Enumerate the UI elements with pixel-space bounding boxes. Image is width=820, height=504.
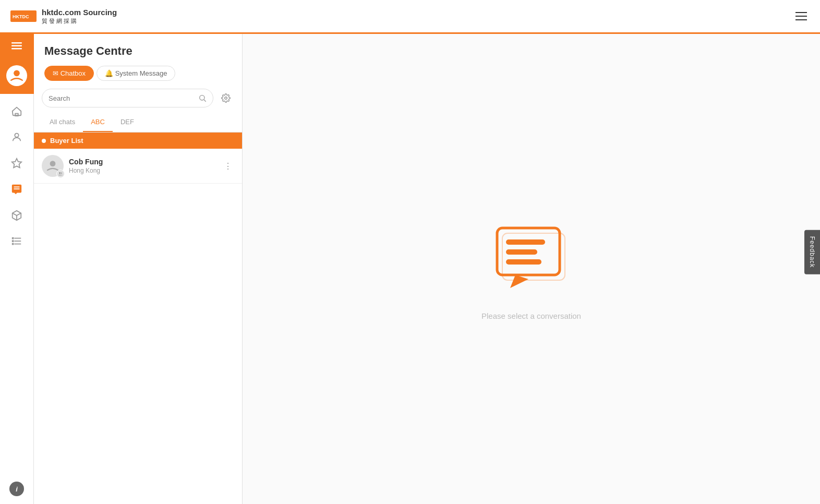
svg-rect-14 [13,243,14,244]
buyer-list-label: Buyer List [50,137,83,145]
brand-logo: HKTDC [10,10,37,22]
bullet-dot [42,139,46,143]
filter-tab-abc[interactable]: ABC [83,113,113,132]
sidebar-bottom: i [9,482,24,504]
sidebar-item-chat[interactable] [4,177,30,201]
chatbox-tab-label: Chatbox [61,69,86,77]
sidebar-item-user[interactable] [4,125,30,149]
svg-text:HKTDC: HKTDC [13,14,29,19]
contact-name: Cob Fung [69,158,222,166]
svg-point-19 [50,161,56,166]
empty-state-text: Please select a conversation [481,311,581,320]
filter-tab-abc-label: ABC [91,118,105,126]
sidebar-item-products[interactable] [4,203,30,227]
brand-text: hktdc.com Sourcing 貿 發 網 採 購 [42,8,117,25]
filter-tabs: All chats ABC DEF [34,113,242,133]
hamburger-line-3 [795,19,807,20]
top-nav: HKTDC hktdc.com Sourcing 貿 發 網 採 購 [0,0,820,34]
expand-icon [11,42,22,50]
filter-tab-all-label: All chats [50,118,75,126]
svg-rect-24 [506,249,537,255]
sidebar-expand-button[interactable] [0,34,34,57]
group-indicator [56,170,65,178]
tab-chatbox[interactable]: ✉ Chatbox [44,66,94,81]
contact-location: Hong Kong [69,167,222,174]
chat-type-tabs: ✉ Chatbox 🔔 System Message [44,66,232,81]
main-content: Please select a conversation [243,34,820,504]
sidebar: i [0,34,34,504]
gear-icon [221,93,231,103]
svg-point-7 [15,133,18,137]
chat-panel-header: Message Centre ✉ Chatbox 🔔 System Messag… [34,34,242,81]
filter-tab-def[interactable]: DEF [113,113,142,132]
info-button[interactable]: i [9,482,24,496]
chat-illustration [489,218,573,301]
list-icon [11,236,22,247]
more-options-button[interactable]: ⋮ [222,160,234,172]
svg-point-21 [61,173,62,174]
chatbox-tab-icon: ✉ [53,69,58,77]
avatar-circle [6,65,27,86]
hamburger-line-2 [795,16,807,17]
svg-rect-25 [506,259,541,265]
svg-point-18 [225,97,227,100]
brand: HKTDC hktdc.com Sourcing 貿 發 網 採 購 [10,8,117,25]
cube-icon [11,210,22,221]
svg-point-16 [200,95,204,100]
system-tab-icon: 🔔 [105,69,113,77]
filter-tab-def-label: DEF [120,118,134,126]
star-icon [11,158,22,169]
home-icon [11,105,22,117]
svg-rect-12 [13,241,14,242]
svg-rect-3 [11,45,22,46]
contact-info: Cob Fung Hong Kong [69,158,222,174]
search-box [42,89,213,107]
page-title: Message Centre [44,44,232,58]
sidebar-item-home[interactable] [4,99,30,123]
chat-bubble-icon [11,184,22,195]
brand-name-en: hktdc.com Sourcing [42,8,117,17]
hamburger-menu-button[interactable] [793,8,810,25]
svg-rect-4 [11,48,22,50]
feedback-button[interactable]: Feedback [804,230,820,274]
tab-system-message[interactable]: 🔔 System Message [97,66,175,81]
svg-rect-23 [506,239,545,245]
sidebar-nav [0,94,33,482]
search-input[interactable] [49,94,194,102]
svg-rect-10 [13,237,14,238]
svg-rect-6 [15,113,18,116]
main-layout: i Message Centre ✉ Chatbox 🔔 System Mess… [0,34,820,504]
user-avatar-button[interactable] [0,57,34,94]
sidebar-item-list[interactable] [4,230,30,253]
system-tab-label: System Message [115,69,167,77]
user-avatar-icon [9,68,24,83]
contact-avatar [42,155,64,177]
svg-line-17 [204,100,206,102]
group-icon [58,171,63,176]
sidebar-item-favorites[interactable] [4,151,30,175]
svg-point-20 [59,172,61,174]
buyer-list-header: Buyer List [34,133,242,149]
brand-name-zh: 貿 發 網 採 購 [42,17,117,25]
hamburger-line-1 [795,12,807,13]
svg-point-5 [14,70,20,77]
settings-button[interactable] [218,90,234,106]
search-area [34,81,242,107]
user-icon [11,131,22,143]
chat-panel: Message Centre ✉ Chatbox 🔔 System Messag… [34,34,243,504]
chat-list-item[interactable]: Cob Fung Hong Kong ⋮ [34,149,242,184]
chat-list: Cob Fung Hong Kong ⋮ [34,149,242,184]
svg-marker-8 [12,158,21,167]
feedback-label: Feedback [809,236,816,268]
svg-rect-2 [11,42,22,44]
empty-state: Please select a conversation [481,218,581,320]
hktdc-logo-icon: HKTDC [10,10,37,22]
filter-tab-all[interactable]: All chats [42,113,83,132]
search-icon [198,94,207,102]
